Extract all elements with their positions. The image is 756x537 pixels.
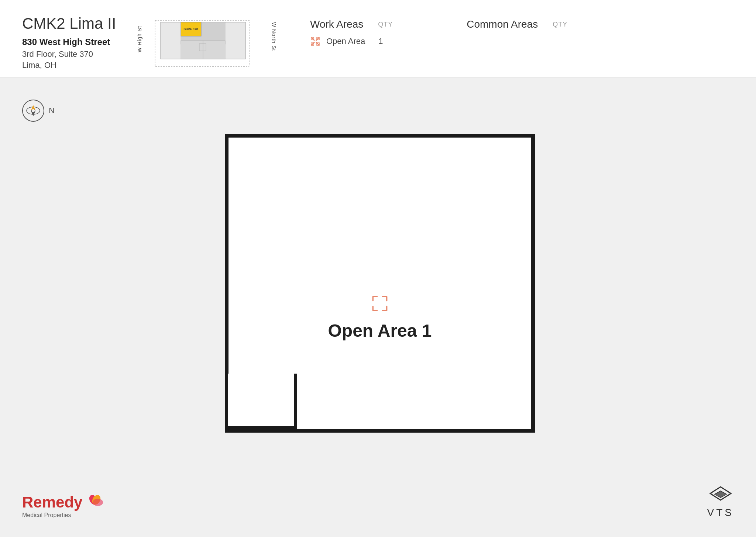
remedy-text: Remedy [22,493,82,511]
svg-point-22 [93,499,103,506]
remedy-logo-content: Remedy Medical Properties [22,493,104,519]
compass: N [22,100,55,122]
compass-circle [22,100,44,122]
compass-icon [25,103,41,119]
work-areas-title: Work Areas [310,18,363,30]
building-title: CMK2 Lima II [22,15,126,32]
remedy-logo: Remedy Medical Properties [22,493,104,519]
building-info: CMK2 Lima II 830 West High Street 3rd Fl… [22,15,126,72]
floor-plan: Open Area 1 [181,123,575,492]
svg-marker-18 [31,105,35,110]
svg-line-11 [312,42,315,45]
expand-arrows-icon [369,292,391,315]
building-address-line1: 3rd Floor, Suite 370 [22,49,126,59]
thumbnail-svg: Suite 370 [151,18,255,70]
common-areas-qty-label: QTY [553,21,567,28]
open-area-label: Open Area [326,37,365,46]
remedy-logo-mark [85,493,104,512]
vts-logo: VTS [707,486,734,519]
work-areas-item-0: Open Area 1 [310,36,393,46]
svg-line-9 [316,42,319,45]
svg-line-10 [316,38,319,41]
building-address-line2: Lima, OH [22,60,126,70]
main-content: N [0,77,756,537]
areas-legend: Work Areas QTY [310,15,567,46]
work-areas-section: Work Areas QTY [310,18,393,46]
street-label-left: W High St [137,26,142,52]
building-address-bold: 830 West High Street [22,37,126,47]
open-area-qty: 1 [378,37,383,46]
common-areas-section: Common Areas QTY [467,18,567,46]
svg-rect-4 [203,41,225,59]
svg-line-8 [312,38,315,41]
work-areas-qty-label: QTY [378,21,393,28]
open-area-icon [310,36,320,46]
svg-marker-19 [31,111,35,116]
svg-text:Suite 370: Suite 370 [183,27,198,31]
compass-n-label: N [49,106,55,115]
header: CMK2 Lima II 830 West High Street 3rd Fl… [0,0,756,77]
work-areas-header: Work Areas QTY [310,18,393,30]
common-areas-title: Common Areas [467,18,538,30]
vts-logo-icon [709,486,732,505]
floor-plan-thumbnail: W High St W North St Suite 370 [148,18,266,77]
floor-alcove [225,374,297,429]
open-area-content: Open Area 1 [225,292,535,341]
common-areas-header: Common Areas QTY [467,18,567,30]
svg-rect-3 [181,41,203,59]
street-label-right: W North St [271,22,277,51]
vts-text: VTS [707,507,734,519]
svg-marker-25 [715,491,726,497]
expand-icon [369,292,391,315]
remedy-subtitle: Medical Properties [22,512,104,519]
open-area-text: Open Area 1 [328,321,432,341]
